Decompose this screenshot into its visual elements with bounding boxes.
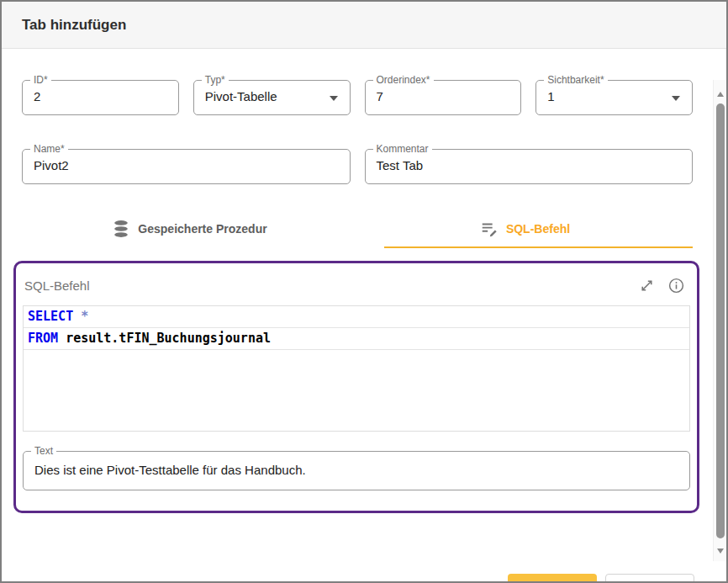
cancel-button[interactable]: Abbrechen xyxy=(605,574,694,583)
chevron-down-icon[interactable] xyxy=(672,96,680,101)
sql-keyword: FROM xyxy=(28,331,58,346)
tab-sql-befehl[interactable]: b SQL-Befehl xyxy=(357,209,693,248)
sql-identifier: result.tFIN_Buchungsjournal xyxy=(58,331,271,346)
sql-code-editor[interactable]: SELECT * FROM result.tFIN_Buchungsjourna… xyxy=(23,305,690,432)
active-tab-indicator xyxy=(384,246,693,248)
tab-gespeicherte-prozedur[interactable]: Gespeicherte Prozedur xyxy=(22,209,357,248)
tab-label: SQL-Befehl xyxy=(506,222,570,236)
chevron-down-icon[interactable] xyxy=(330,96,338,101)
kommentar-field-value: Test Tab xyxy=(377,158,424,172)
scrollbar-thumb[interactable] xyxy=(716,103,725,538)
sql-keyword: SELECT xyxy=(28,309,73,324)
orderindex-field-label: Orderindex* xyxy=(373,74,434,86)
form-row-2: Name* Pivot2 Kommentar Test Tab xyxy=(22,149,693,184)
sql-code-line: SELECT * xyxy=(24,306,689,328)
sichtbarkeit-select[interactable]: Sichtbarkeit* 1 xyxy=(535,80,693,115)
vertical-scrollbar[interactable] xyxy=(713,80,726,561)
database-icon xyxy=(112,220,130,238)
sql-code-line: FROM result.tFIN_Buchungsjournal xyxy=(24,328,689,350)
name-field-label: Name* xyxy=(30,143,68,155)
text-field-value: Dies ist eine Pivot-Testtabelle für das … xyxy=(34,463,306,477)
dialog-body: ID* 2 Typ* Pivot-Tabelle Orderindex* 7 S… xyxy=(2,80,726,561)
id-field-value: 2 xyxy=(34,89,40,103)
text-field[interactable]: Text Dies ist eine Pivot-Testtabelle für… xyxy=(23,451,690,490)
playlist-edit-icon xyxy=(480,220,499,238)
sql-operator: * xyxy=(73,309,88,324)
sichtbarkeit-select-value: 1 xyxy=(547,89,554,103)
info-icon[interactable] xyxy=(667,277,685,294)
add-tab-dialog: Tab hinzufügen ID* 2 Typ* Pivot-Tabelle … xyxy=(0,0,728,583)
orderindex-field[interactable]: Orderindex* 7 xyxy=(365,80,522,115)
scroll-up-icon[interactable] xyxy=(717,92,724,97)
sql-befehl-panel: SQL-Befehl SELECT * FROM resu xyxy=(13,261,699,513)
tab-label: Gespeicherte Prozedur xyxy=(138,222,266,236)
scroll-down-icon[interactable] xyxy=(717,549,724,554)
typ-select-value: Pivot-Tabelle xyxy=(205,89,277,103)
text-field-label: Text xyxy=(31,445,56,457)
name-field[interactable]: Name* Pivot2 xyxy=(22,149,351,184)
apply-button[interactable]: Anwenden xyxy=(508,574,598,583)
tab-bar: Gespeicherte Prozedur b SQL-Befehl xyxy=(22,209,693,248)
typ-select-label: Typ* xyxy=(202,74,229,86)
id-field[interactable]: ID* 2 xyxy=(22,80,179,115)
name-field-value: Pivot2 xyxy=(34,158,69,172)
kommentar-field[interactable]: Kommentar Test Tab xyxy=(365,149,694,184)
dialog-footer: Anwenden Abbrechen xyxy=(2,561,726,583)
sql-panel-header: SQL-Befehl xyxy=(16,263,697,294)
expand-icon[interactable] xyxy=(638,277,656,294)
kommentar-field-label: Kommentar xyxy=(373,143,432,155)
sql-panel-title: SQL-Befehl xyxy=(24,278,90,293)
sichtbarkeit-select-label: Sichtbarkeit* xyxy=(544,74,607,86)
dialog-title: Tab hinzufügen xyxy=(22,17,126,34)
form-row-1: ID* 2 Typ* Pivot-Tabelle Orderindex* 7 S… xyxy=(22,80,693,115)
orderindex-field-value: 7 xyxy=(377,89,383,103)
dialog-header: Tab hinzufügen xyxy=(2,2,726,49)
id-field-label: ID* xyxy=(30,74,51,86)
typ-select[interactable]: Typ* Pivot-Tabelle xyxy=(193,80,351,115)
